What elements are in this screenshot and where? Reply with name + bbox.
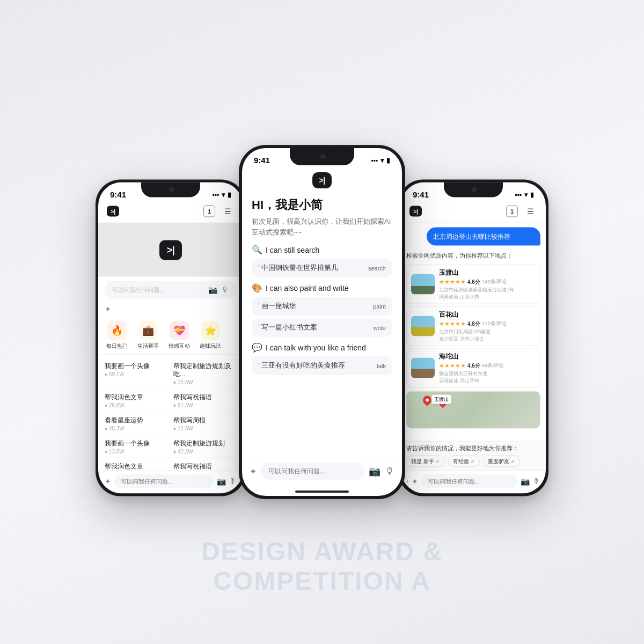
user-bubble: 北京周边登山去哪比较推荐 <box>427 228 541 246</box>
list-item[interactable]: 看看星座运势 ♦ 48.3W <box>104 413 169 435</box>
center-content: 9:41 ▪▪▪ ▾ ▮ >| HI，我是小简 初次见面，很高兴认识你，让我们开… <box>242 148 402 496</box>
map-thumbnail: 玉渡山 <box>406 391 540 428</box>
sparkle-icon-right: ✦ <box>412 477 418 486</box>
hamburger-icon-right[interactable]: ☰ <box>523 204 537 218</box>
yellow-img <box>411 316 435 336</box>
list-count: ♦ 91.3W <box>173 402 237 408</box>
nav-logo-left[interactable]: >| <box>107 206 119 217</box>
list-item[interactable]: 帮我润色文章 ♦ 7.8W <box>104 459 169 471</box>
list-title: 我要画一个头像 <box>105 440 168 448</box>
left-categories: 🔥 每日热门 💼 生活帮手 💝 情感互动 ⭐ 趣味玩法 <box>98 318 243 355</box>
tag-hardcore[interactable]: 重度驴友 ✓ <box>483 456 520 467</box>
place-info-2: 百花山 ★★★★★ 4.8分 122条评论 北京市门头沟区109国道 老少皆宜 … <box>439 310 536 342</box>
center-input[interactable] <box>261 463 364 480</box>
place-stars-2: ★★★★★ <box>439 320 466 327</box>
place-item-2[interactable]: 百花山 ★★★★★ 4.8分 122条评论 北京市门头沟区109国道 老少皆宜 … <box>406 306 540 346</box>
cat-hot[interactable]: 🔥 每日热门 <box>104 321 130 350</box>
feature-search: 🔍 I can still search "中国钢铁量在世界排第几 search <box>252 245 392 277</box>
list-title: 我要画一个头像 <box>105 362 168 370</box>
left-list: 我要画一个头像 ♦ 69.1W 帮我定制旅游规划及吃... ♦ 35.6W 帮我… <box>98 355 243 471</box>
back-icon-right[interactable]: ‹ <box>406 478 408 485</box>
write-card[interactable]: "写一篇小红书文案 write <box>252 318 392 337</box>
left-bottom-bar: ✦ 📷 🎙 <box>98 471 243 494</box>
nav-tab-left[interactable]: 1 <box>203 206 215 217</box>
camel-img <box>411 357 435 378</box>
list-item[interactable]: 帮我定制旅游规划 ♦ 42.2W <box>172 436 238 458</box>
time-left: 9:41 <box>110 190 126 199</box>
list-item[interactable]: 我要画一个头像 ♦ 13.8W <box>104 436 169 458</box>
talk-card[interactable]: "三亚有没有好吃的美食推荐 talk <box>252 356 392 375</box>
paint-card[interactable]: "画一座城堡 paint <box>252 297 392 316</box>
paint-btn[interactable]: paint <box>373 303 386 310</box>
notch-center <box>290 148 354 165</box>
watermark-line2: COMPETITION A <box>201 566 443 596</box>
place-list: 玉渡山 ★★★★★ 4.6分 140条评论 北京市延庆区张家营镇玉海公路1号 风… <box>406 264 540 387</box>
nav-logo-right[interactable]: >| <box>409 206 422 217</box>
search-btn[interactable]: search <box>368 265 386 272</box>
list-item[interactable]: 帮我定制旅游规划及吃... ♦ 35.6W <box>172 359 238 389</box>
mic-icon-center[interactable]: 🎙 <box>385 466 394 477</box>
cat-emotion[interactable]: 💝 情感互动 <box>166 321 193 350</box>
list-title: 看看星座运势 <box>105 416 168 425</box>
place-reviews-1: 140条评论 <box>482 279 507 286</box>
place-item-3[interactable]: 海坨山 ★★★★★ 4.6分 64条评论 张山营镇大庄科村东北 云端徒徒 高山草… <box>406 348 540 387</box>
camera-icon-right[interactable]: 📷 <box>521 477 530 486</box>
feature-header-paint: 🎨 I can also paint and write <box>252 283 392 293</box>
list-item[interactable]: 帮我写祝福语 ♦ 91.3W <box>172 390 238 412</box>
cat-life[interactable]: 💼 生活帮手 <box>135 321 162 350</box>
list-title: 帮我写祝福语 <box>173 393 237 401</box>
mic-icon-right[interactable]: 🎙 <box>533 477 540 486</box>
signal-icon-center: ▪▪▪ <box>371 157 378 164</box>
list-item[interactable]: 帮我写祝福语 ♦ 6.4W <box>172 459 238 471</box>
notch-left <box>141 182 200 197</box>
mountain-img <box>411 274 435 294</box>
list-item[interactable]: 帮我润色文章 ♦ 28.8W <box>104 390 169 412</box>
camera-icon-bottom-left[interactable]: 📷 <box>217 477 226 486</box>
tag-beginner[interactable]: 我是 新手 ✓ <box>406 456 445 467</box>
list-count: ♦ 13.8W <box>105 449 168 455</box>
talk-btn[interactable]: talk <box>377 363 386 369</box>
check-icon-experienced: ✓ <box>471 459 475 464</box>
place-item-1[interactable]: 玉渡山 ★★★★★ 4.6分 140条评论 北京市延庆区张家营镇玉海公路1号 风… <box>406 264 540 304</box>
notch-right <box>444 182 503 197</box>
feature-text-paint: I can also paint and write <box>266 284 349 292</box>
cat-label-emotion: 情感互动 <box>169 342 190 350</box>
write-btn[interactable]: write <box>374 325 386 331</box>
wifi-icon-right: ▾ <box>524 191 528 198</box>
place-reviews-3: 64条评论 <box>482 362 504 369</box>
recommend-section: 请告诉我你的情况，我能更好地为你推荐： 我是 新手 ✓ 有经验 ✓ 重度驴友 ✓ <box>401 441 546 471</box>
list-title: 帮我写周报 <box>173 416 237 425</box>
camera-icon-center[interactable]: 📷 <box>369 465 380 477</box>
list-count: ♦ 35.6W <box>173 379 237 385</box>
nav-tab-right[interactable]: 1 <box>506 206 518 217</box>
feature-paint: 🎨 I can also paint and write "画一座城堡 pain… <box>252 283 392 337</box>
cat-fun[interactable]: ⭐ 趣味玩法 <box>197 321 224 350</box>
right-input[interactable] <box>421 474 517 488</box>
cat-icon-fun: ⭐ <box>201 321 220 340</box>
mic-icon-bottom-left[interactable]: 🎙 <box>229 477 237 486</box>
center-app-logo: >| <box>242 167 402 192</box>
mic-icon-left: 🎙 <box>222 286 229 294</box>
search-card[interactable]: "中国钢铁量在世界排第几 search <box>252 259 392 277</box>
feature-header-search: 🔍 I can still search <box>252 245 392 255</box>
list-count: ♦ 28.8W <box>105 402 168 408</box>
tags-row: 我是 新手 ✓ 有经验 ✓ 重度驴友 ✓ <box>406 456 540 467</box>
hamburger-icon-left[interactable]: ☰ <box>221 204 235 218</box>
place-name-3: 海坨山 <box>439 352 536 361</box>
watermark: DESIGN AWARD & COMPETITION A <box>201 537 443 596</box>
list-title: 帮我定制旅游规划及吃... <box>173 362 237 378</box>
wifi-icon-center: ▾ <box>380 157 384 164</box>
list-item[interactable]: 帮我写周报 ♦ 12.5W <box>172 413 238 435</box>
check-icon-beginner: ✓ <box>436 459 440 464</box>
list-title: 帮我润色文章 <box>105 393 168 401</box>
list-count: ♦ 42.2W <box>173 449 237 455</box>
search-card-text: "中国钢铁量在世界排第几 <box>258 264 338 273</box>
place-score-3: 4.6分 <box>467 362 480 369</box>
left-input[interactable] <box>114 474 214 488</box>
tag-experienced[interactable]: 有经验 ✓ <box>448 456 480 467</box>
battery-icon-center: ▮ <box>386 157 390 164</box>
tag-label-hardcore: 重度驴友 <box>488 458 509 465</box>
list-item[interactable]: 我要画一个头像 ♦ 69.1W <box>104 359 169 389</box>
feature-talk: 💬 I can talk with you like a friend "三亚有… <box>252 342 392 375</box>
left-search-bar[interactable]: 可以问我任何问题... 📷 🎙 <box>105 281 237 298</box>
